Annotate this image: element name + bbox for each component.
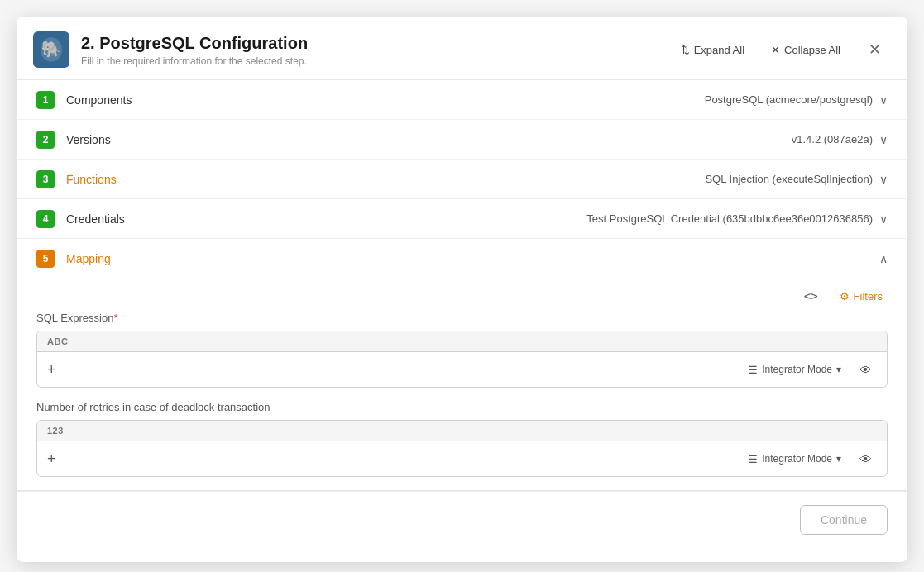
header-actions: ⇅ Expand All ✕ Collapse All ✕ xyxy=(676,39,888,60)
step-label-mapping: Mapping xyxy=(66,252,879,265)
step-row-components[interactable]: 1 Components PostgreSQL (acmecore/postgr… xyxy=(17,80,907,120)
modal-title: 2. PostgreSQL Configuration xyxy=(81,32,676,54)
filters-button[interactable]: ⚙ Filters xyxy=(835,288,888,305)
integrator-mode-label-1: Integrator Mode xyxy=(762,364,832,375)
step-value-credentials: Test PostgreSQL Credential (635bdbbc6ee3… xyxy=(586,212,873,225)
expand-all-label: Expand All xyxy=(694,44,744,56)
step-list: 1 Components PostgreSQL (acmecore/postgr… xyxy=(17,80,907,491)
step-label-credentials: Credentials xyxy=(66,212,586,226)
chevron-down-icon-1: ∨ xyxy=(879,93,888,107)
modal-header: 🐘 2. PostgreSQL Configuration Fill in th… xyxy=(17,17,907,80)
step-number-3: 3 xyxy=(36,170,55,188)
chevron-down-icon-3: ∨ xyxy=(879,173,888,186)
modal-footer: Continue xyxy=(17,491,907,548)
field-label-sql-expression: SQL Expression* xyxy=(36,312,888,324)
sql-expression-input-box: ABC + ☰ Integrator Mode ▾ 👁 xyxy=(36,331,888,388)
filters-label: Filters xyxy=(854,290,883,303)
step-value-versions: v1.4.2 (087ae2a) xyxy=(792,133,873,145)
step-number-2: 2 xyxy=(36,131,55,149)
collapse-icon: ✕ xyxy=(771,44,780,56)
retries-input-box: 123 + ☰ Integrator Mode ▾ 👁 xyxy=(36,420,888,477)
step-value-components: PostgreSQL (acmecore/postgresql) xyxy=(705,93,873,106)
step-number-5: 5 xyxy=(36,250,55,268)
integrator-mode-button-2[interactable]: ☰ Integrator Mode ▾ xyxy=(743,450,846,468)
chevron-up-icon-5: ∧ xyxy=(879,252,888,265)
required-marker-1: * xyxy=(113,312,117,324)
add-retries-button[interactable]: + xyxy=(47,450,56,468)
sql-expression-actions: ☰ Integrator Mode ▾ 👁 xyxy=(743,360,877,379)
step-row-functions[interactable]: 3 Functions SQL Injection (executeSqlInj… xyxy=(17,160,907,199)
postgresql-logo: 🐘 xyxy=(33,31,69,68)
visibility-toggle-button-1[interactable]: 👁 xyxy=(855,360,877,379)
title-group: 2. PostgreSQL Configuration Fill in the … xyxy=(81,32,676,67)
expand-icon: ⇅ xyxy=(681,44,690,56)
filter-icon: ⚙ xyxy=(840,290,850,303)
close-button[interactable]: ✕ xyxy=(862,39,888,60)
type-badge-retries: 123 xyxy=(37,421,887,441)
field-label-retries: Number of retries in case of deadlock tr… xyxy=(36,401,888,413)
retries-input-row: + ☰ Integrator Mode ▾ 👁 xyxy=(37,441,887,476)
field-block-retries: Number of retries in case of deadlock tr… xyxy=(17,401,907,490)
expand-all-button[interactable]: ⇅ Expand All xyxy=(676,41,749,60)
sql-expression-input-row: + ☰ Integrator Mode ▾ 👁 xyxy=(37,352,887,387)
field-block-sql-expression: SQL Expression* ABC + ☰ Integrator Mode … xyxy=(17,312,907,401)
dropdown-arrow-1: ▾ xyxy=(836,364,841,375)
retries-actions: ☰ Integrator Mode ▾ 👁 xyxy=(743,450,877,469)
step-number-1: 1 xyxy=(36,91,55,109)
integrator-mode-label-2: Integrator Mode xyxy=(762,453,832,465)
step-label-components: Components xyxy=(66,93,705,107)
step-row-versions[interactable]: 2 Versions v1.4.2 (087ae2a) ∨ xyxy=(17,120,907,160)
type-badge-sql: ABC xyxy=(37,331,887,352)
integrator-mode-button-1[interactable]: ☰ Integrator Mode ▾ xyxy=(743,361,846,379)
svg-text:🐘: 🐘 xyxy=(41,40,61,59)
lines-icon-2: ☰ xyxy=(748,453,758,465)
mapping-toolbar: <> ⚙ Filters xyxy=(17,279,907,312)
collapse-all-button[interactable]: ✕ Collapse All xyxy=(766,41,845,60)
modal-container: 🐘 2. PostgreSQL Configuration Fill in th… xyxy=(17,17,907,562)
code-icon: <> xyxy=(804,289,818,303)
step-row-mapping[interactable]: 5 Mapping ∧ xyxy=(17,239,907,279)
collapse-all-label: Collapse All xyxy=(784,44,840,56)
chevron-down-icon-2: ∨ xyxy=(879,133,888,146)
add-sql-expression-button[interactable]: + xyxy=(47,361,56,379)
eye-icon-1: 👁 xyxy=(859,363,872,377)
step-label-versions: Versions xyxy=(66,133,792,146)
mapping-expanded-content: <> ⚙ Filters SQL Expression* ABC + xyxy=(17,279,907,491)
step-value-functions: SQL Injection (executeSqlInjection) xyxy=(705,173,873,185)
step-row-credentials[interactable]: 4 Credentials Test PostgreSQL Credential… xyxy=(17,199,907,239)
step-number-4: 4 xyxy=(36,210,55,228)
visibility-toggle-button-2[interactable]: 👁 xyxy=(855,450,877,469)
code-view-button[interactable]: <> xyxy=(799,287,823,305)
dropdown-arrow-2: ▾ xyxy=(836,453,841,465)
step-label-functions: Functions xyxy=(66,173,705,186)
eye-icon-2: 👁 xyxy=(859,452,872,466)
continue-button[interactable]: Continue xyxy=(800,505,888,535)
chevron-down-icon-4: ∨ xyxy=(879,212,888,226)
modal-subtitle: Fill in the required information for the… xyxy=(81,55,676,67)
lines-icon-1: ☰ xyxy=(748,364,758,376)
